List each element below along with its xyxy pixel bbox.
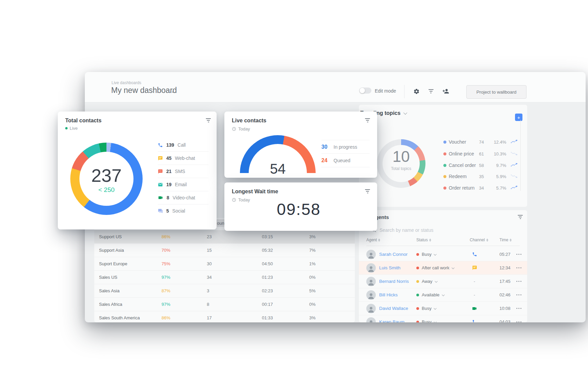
phone-icon <box>472 319 477 322</box>
add-widget-icon[interactable]: + <box>515 114 522 121</box>
subtitle-label: Today <box>238 197 250 202</box>
agent-row[interactable]: Bill Hicks Available - 02:46 <box>359 288 527 302</box>
search-input[interactable]: Search by name or status <box>372 227 434 233</box>
topic-row[interactable]: Online price 61 10.3% <box>359 149 527 159</box>
agent-name-link[interactable]: Bill Hicks <box>379 288 398 301</box>
topic-row[interactable]: Redeem 35 5.9% <box>359 172 527 182</box>
table-row[interactable]: Support Asia 70% 15 05:32 7% <box>94 244 355 257</box>
sort-icon <box>510 239 512 242</box>
project-to-wallboard-button[interactable]: Project to wallboard <box>466 85 526 99</box>
queue-count: 8 <box>207 298 209 311</box>
row-menu-ellipsis-icon[interactable] <box>516 315 521 322</box>
topic-row[interactable]: Voucher 74 12.4% <box>359 137 527 147</box>
queue-pct2: 0% <box>309 298 316 311</box>
card-title: Longest Wait time <box>232 189 278 195</box>
topic-dot <box>443 164 446 167</box>
filter-icon[interactable] <box>518 215 523 219</box>
total-contacts-card: Total contacts Live 237 < 250 139 Call 4… <box>58 112 217 229</box>
row-menu-ellipsis-icon[interactable] <box>516 248 521 261</box>
queue-pct: 87% <box>162 284 170 297</box>
agent-row[interactable]: David Wallace Busy - 10:08 <box>359 302 527 315</box>
table-row[interactable]: Sales US 97% 34 01:23 0% <box>94 271 355 284</box>
title-menu-ellipsis-icon[interactable] <box>168 92 173 93</box>
status-dropdown[interactable]: Busy <box>422 302 436 315</box>
agent-name-link[interactable]: Bernard Norris <box>379 275 409 288</box>
live-dot-icon <box>65 127 68 129</box>
filter-icon[interactable] <box>206 118 211 122</box>
person-add-icon[interactable] <box>442 88 449 95</box>
live-label: Live <box>70 126 78 131</box>
queue-time: 03:15 <box>262 230 273 243</box>
edit-mode-label: Edit mode <box>375 88 396 94</box>
queue-name: Sales Africa <box>99 298 122 311</box>
gear-icon[interactable] <box>413 88 420 95</box>
agents-panel: Agents Search by name or status Agent St… <box>359 210 527 322</box>
topic-value: 35 <box>463 174 484 179</box>
column-header-channel[interactable]: Channel <box>470 238 488 242</box>
table-row[interactable]: Sales Africa 97% 8 00:17 0% <box>94 298 355 311</box>
agent-name-link[interactable]: David Wallace <box>379 302 408 315</box>
page: Live dashboards My new dashboard Edit mo… <box>0 0 588 392</box>
status-dropdown[interactable]: Busy <box>422 315 436 322</box>
edit-mode-toggle[interactable] <box>359 88 371 94</box>
trend-down-icon <box>510 174 519 179</box>
table-row[interactable]: Support US 86% 23 03:15 3% <box>94 230 355 244</box>
header-divider <box>366 246 520 246</box>
queue-pct: 75% <box>162 257 170 270</box>
topic-row[interactable]: Order return 34 5.7% <box>359 183 527 193</box>
trending-topics-panel: Trending topics Today + 10 Total topics … <box>359 105 527 207</box>
agent-row[interactable]: Karen Baum Busy - 04:03 <box>359 315 527 322</box>
column-header-time[interactable]: Time <box>499 238 512 242</box>
row-menu-ellipsis-icon[interactable] <box>516 275 521 288</box>
legend-label: SMS <box>175 169 185 174</box>
legend-value: 21 <box>166 169 172 174</box>
row-menu-ellipsis-icon[interactable] <box>516 302 521 315</box>
column-header-agent[interactable]: Agent <box>366 238 380 242</box>
status-dropdown[interactable]: Busy <box>422 248 436 261</box>
filter-icon[interactable] <box>365 118 370 122</box>
toolbar-divider <box>404 85 405 98</box>
status-dropdown[interactable]: Available <box>422 288 444 301</box>
row-menu-ellipsis-icon[interactable] <box>516 261 521 274</box>
table-row[interactable]: Sales Asia 87% 3 02:23 5% <box>94 284 355 298</box>
agent-name-link[interactable]: Sarah Connor <box>379 248 408 261</box>
queued-label: Queued <box>334 158 350 163</box>
legend-item: 139 Call <box>158 139 209 152</box>
avatar <box>366 315 376 322</box>
channel-cell: - <box>470 261 479 274</box>
table-row[interactable]: Suport Europe 75% 30 04:50 1% <box>94 257 355 271</box>
agent-time: 10:08 <box>499 302 511 315</box>
agent-time: 05:27 <box>499 248 511 261</box>
agent-time: 04:03 <box>499 315 511 322</box>
filter-icon[interactable] <box>427 88 435 95</box>
agent-row[interactable]: Sarah Connor Busy - 05:27 <box>359 248 527 261</box>
row-menu-ellipsis-icon[interactable] <box>516 288 521 301</box>
agent-name-link[interactable]: Luis Smith <box>379 261 400 274</box>
queue-name: Support US <box>99 230 122 243</box>
legend-item: 19 Email <box>158 178 209 191</box>
legend-item: 45 Web-chat <box>158 152 209 165</box>
queue-pct2: 3% <box>309 311 316 322</box>
longest-wait-card: Longest Wait time Today 09:58 <box>224 182 377 231</box>
queue-time: 01:33 <box>262 311 273 322</box>
status-dot <box>416 307 419 310</box>
table-row[interactable]: Sales South America 86% 17 01:33 3% <box>94 311 355 322</box>
legend-label: Social <box>172 208 185 214</box>
trend-up-icon <box>510 163 519 168</box>
channels-legend: 139 Call 45 Web-chat 21 SMS 19 Email 8 <box>158 139 209 217</box>
chevron-down-icon <box>403 111 407 115</box>
breadcrumb[interactable]: Live dashboards <box>112 80 141 85</box>
agent-row[interactable]: Bernard Norris Away - 17:45 <box>359 275 527 288</box>
column-header-status[interactable]: Status <box>416 238 431 242</box>
sms-bubble-icon <box>158 169 163 174</box>
status-dropdown[interactable]: After call work <box>422 261 454 274</box>
status-dropdown[interactable]: Away <box>422 275 437 288</box>
agent-row[interactable]: Luis Smith After call work - 12:34 <box>359 261 527 275</box>
queue-pct: 86% <box>162 311 170 322</box>
agent-name-link[interactable]: Karen Baum <box>379 315 405 322</box>
filter-icon[interactable] <box>365 189 370 193</box>
scrollbar[interactable] <box>520 120 521 191</box>
queued-value: 24 <box>321 157 329 164</box>
topic-row[interactable]: Cancel order 58 9.7% <box>359 161 527 171</box>
queues-panel: ound Support US 86% 23 03:15 3% Support … <box>94 218 355 322</box>
